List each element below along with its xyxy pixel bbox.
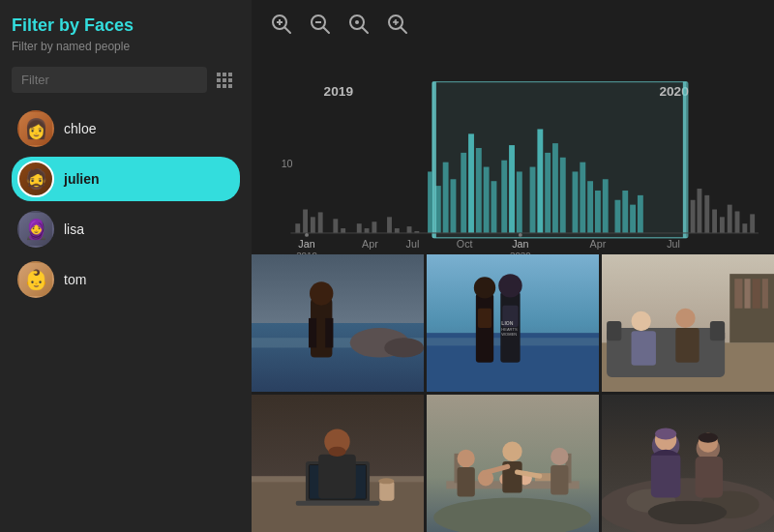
photo-cell-inner-2: LION HEARTS WOMEN xyxy=(427,254,599,392)
svg-rect-61 xyxy=(501,161,507,233)
person-item-tom[interactable]: 👶 tom xyxy=(12,257,240,302)
svg-rect-5 xyxy=(228,78,232,82)
person-name-chloe: chloe xyxy=(64,121,96,136)
zoom-fit-icon xyxy=(387,14,408,35)
svg-rect-82 xyxy=(704,195,709,233)
svg-rect-7 xyxy=(223,84,226,88)
photo-cell-inner-1 xyxy=(252,254,424,392)
svg-text:LION: LION xyxy=(501,320,513,326)
svg-rect-50 xyxy=(407,226,412,233)
svg-point-160 xyxy=(648,501,727,524)
photo-cell-2[interactable]: LION HEARTS WOMEN xyxy=(427,254,599,392)
photo-cell-5[interactable] xyxy=(427,395,599,532)
svg-rect-49 xyxy=(395,228,400,233)
filter-input[interactable] xyxy=(12,67,207,93)
svg-rect-2 xyxy=(228,73,232,76)
svg-line-20 xyxy=(402,28,407,34)
svg-rect-132 xyxy=(296,501,379,506)
svg-rect-0 xyxy=(217,73,221,76)
zoom-out-button[interactable] xyxy=(306,12,335,42)
photo-cell-6[interactable] xyxy=(602,395,774,532)
svg-rect-163 xyxy=(651,454,681,498)
svg-rect-62 xyxy=(509,145,515,233)
photo-cell-3[interactable] xyxy=(602,254,774,392)
svg-line-12 xyxy=(285,28,291,34)
person-name-lisa: lisa xyxy=(64,222,84,237)
svg-rect-43 xyxy=(333,219,338,233)
person-item-lisa[interactable]: 🧕 lisa xyxy=(12,207,240,251)
svg-rect-71 xyxy=(580,163,585,233)
svg-rect-8 xyxy=(228,84,232,88)
svg-point-118 xyxy=(632,311,651,331)
avatar-lisa: 🧕 xyxy=(17,211,54,248)
svg-rect-137 xyxy=(379,481,394,500)
avatar-tom: 👶 xyxy=(17,261,54,298)
zoom-out-icon xyxy=(310,14,331,35)
sidebar-title-highlight: Faces xyxy=(84,15,134,35)
sidebar-subtitle: Filter by named people xyxy=(12,40,240,53)
zoom-reset-button[interactable] xyxy=(344,12,373,42)
svg-rect-65 xyxy=(530,167,536,233)
svg-text:2019: 2019 xyxy=(324,84,354,99)
svg-rect-115 xyxy=(607,328,725,377)
svg-point-138 xyxy=(378,478,394,484)
svg-rect-166 xyxy=(696,457,723,498)
svg-point-17 xyxy=(355,20,359,24)
svg-rect-60 xyxy=(491,181,497,233)
svg-point-91 xyxy=(519,233,522,237)
svg-rect-149 xyxy=(458,467,475,497)
photo-cell-inner-5 xyxy=(427,395,599,532)
main-content: 10 2019 2020 Jan 2019 Apr Jul Oct Jan 20… xyxy=(252,0,774,532)
person-name-julien: julien xyxy=(64,171,100,187)
svg-rect-59 xyxy=(484,167,490,233)
person-item-chloe[interactable]: 👩 chloe xyxy=(12,106,240,151)
svg-point-168 xyxy=(699,432,718,442)
svg-line-15 xyxy=(324,28,330,34)
svg-rect-6 xyxy=(217,84,221,88)
person-list: 👩 chloe 🧔 julien 🧕 lisa 👶 tom xyxy=(12,106,240,302)
svg-text:WOMEN: WOMEN xyxy=(501,332,517,337)
svg-rect-87 xyxy=(742,223,747,233)
svg-point-167 xyxy=(655,428,676,439)
svg-rect-76 xyxy=(622,191,628,233)
svg-rect-88 xyxy=(750,214,755,233)
sidebar-title-prefix: Filter by xyxy=(12,15,84,35)
grid-icon xyxy=(217,73,236,88)
zoom-in-button[interactable] xyxy=(267,12,296,42)
svg-rect-55 xyxy=(451,179,457,233)
chart-area: 10 2019 2020 Jan 2019 Apr Jul Oct Jan 20… xyxy=(252,0,774,251)
photo-cell-inner-6 xyxy=(602,395,774,532)
sidebar-title: Filter by Faces xyxy=(12,15,240,36)
svg-line-18 xyxy=(363,28,369,34)
photo-cell-inner-3 xyxy=(602,254,774,392)
svg-rect-121 xyxy=(675,328,699,363)
svg-point-96 xyxy=(384,338,424,357)
svg-rect-104 xyxy=(476,293,493,362)
svg-rect-124 xyxy=(744,279,750,309)
svg-point-148 xyxy=(458,450,475,467)
filter-grid-button[interactable] xyxy=(213,69,240,92)
svg-rect-56 xyxy=(461,153,466,233)
person-item-julien[interactable]: 🧔 julien xyxy=(12,157,240,201)
svg-text:Apr: Apr xyxy=(590,238,607,250)
svg-rect-108 xyxy=(478,309,491,328)
svg-rect-54 xyxy=(443,163,449,233)
svg-text:Jul: Jul xyxy=(667,238,680,250)
zoom-in-icon xyxy=(271,14,292,35)
svg-point-98 xyxy=(310,281,333,305)
photo-cell-1[interactable] xyxy=(252,254,424,392)
svg-rect-64 xyxy=(432,82,436,238)
svg-rect-77 xyxy=(630,205,636,233)
svg-point-150 xyxy=(502,442,521,461)
svg-rect-117 xyxy=(710,321,725,340)
zoom-fit-button[interactable] xyxy=(383,12,412,42)
svg-point-107 xyxy=(498,274,521,297)
photo-cell-4[interactable] xyxy=(252,395,424,532)
svg-rect-1 xyxy=(223,73,226,76)
svg-point-105 xyxy=(474,277,495,298)
svg-rect-84 xyxy=(720,217,725,233)
svg-rect-119 xyxy=(632,331,656,366)
svg-rect-44 xyxy=(341,228,345,233)
svg-point-120 xyxy=(675,309,695,328)
svg-rect-58 xyxy=(476,148,482,233)
